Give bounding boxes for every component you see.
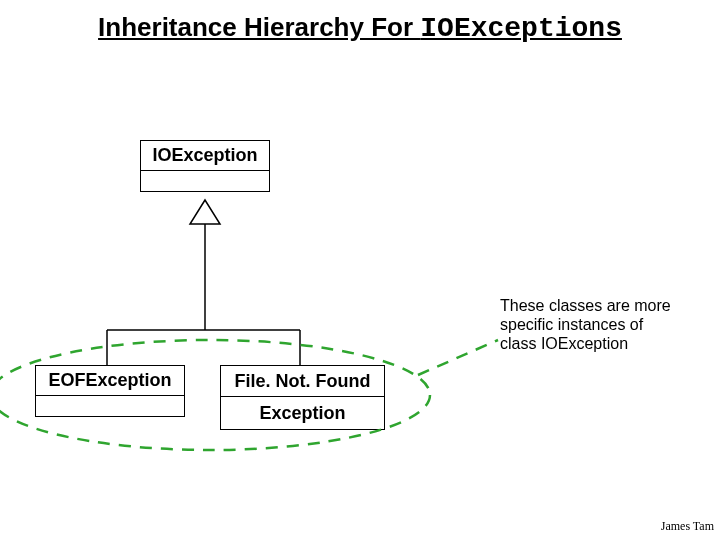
note-line1: These classes are more: [500, 296, 700, 315]
note-line2: specific instances of: [500, 315, 700, 334]
title-text-2: IOExceptions: [420, 13, 622, 44]
page-title: Inheritance Hierarchy For IOExceptions: [0, 12, 720, 44]
note-line3: class IOException: [500, 334, 700, 353]
author-label: James Tam: [661, 519, 714, 534]
class-box-eofexception: EOFException: [35, 365, 185, 417]
class-name-filenotfound-line2: Exception: [221, 396, 384, 429]
class-name-filenotfound-line1: File. Not. Found: [221, 366, 384, 396]
title-text-1: Inheritance Hierarchy For: [98, 12, 420, 42]
diagram-connectors: [0, 0, 720, 540]
svg-marker-0: [190, 200, 220, 224]
inheritance-arrowhead-icon: [190, 200, 220, 224]
class-box-ioexception: IOException: [140, 140, 270, 192]
highlight-leader-line: [418, 340, 498, 375]
class-name-ioexception: IOException: [141, 141, 269, 171]
class-body-ioexception: [141, 171, 269, 191]
class-box-filenotfound: File. Not. Found Exception: [220, 365, 385, 430]
class-body-eofexception: [36, 396, 184, 416]
class-name-eofexception: EOFException: [36, 366, 184, 396]
note-text: These classes are more specific instance…: [500, 296, 700, 354]
